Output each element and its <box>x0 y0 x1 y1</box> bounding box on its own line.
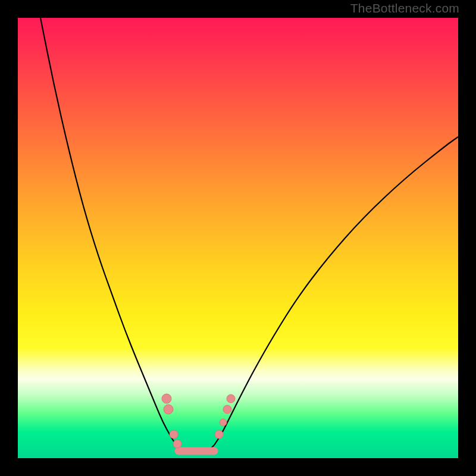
data-marker <box>223 405 231 414</box>
chart-frame: TheBottleneck.com <box>0 0 476 476</box>
data-marker <box>227 394 235 403</box>
data-marker <box>164 405 173 414</box>
chart-svg <box>18 18 458 458</box>
data-marker <box>162 394 171 403</box>
curve-left <box>40 18 176 445</box>
plot-area <box>18 18 458 458</box>
data-marker <box>215 430 223 439</box>
watermark-text: TheBottleneck.com <box>350 1 459 15</box>
data-marker <box>220 419 227 426</box>
data-marker <box>173 440 181 448</box>
curve-right <box>214 137 458 445</box>
data-marker <box>170 430 178 439</box>
